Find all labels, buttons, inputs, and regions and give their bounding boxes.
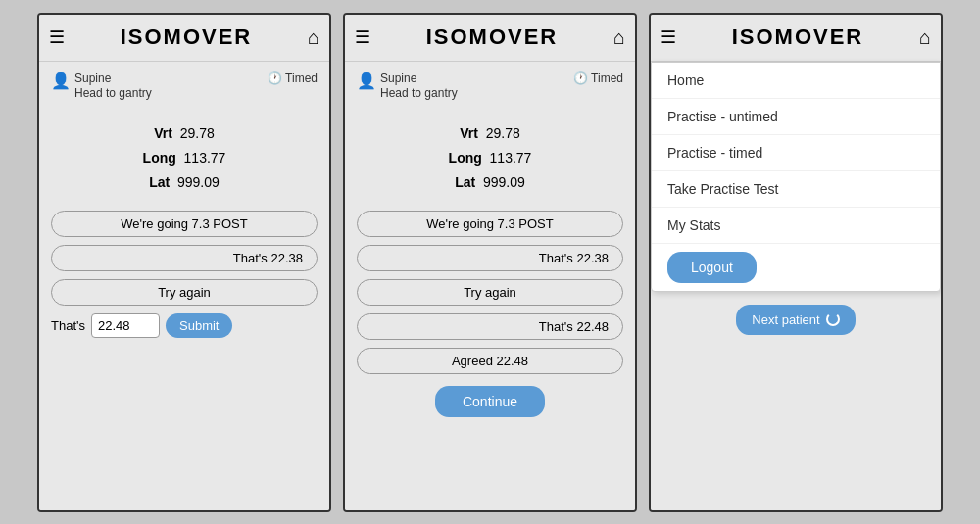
patient-direction-2: Head to gantry — [380, 86, 458, 102]
menu-item-practise-untimed[interactable]: Practise - untimed — [652, 99, 940, 135]
long-value-2: 113.77 — [490, 150, 532, 166]
patient-info-1: 👤 Supine Head to gantry 🕐 Timed — [51, 71, 318, 102]
input-prefix-1: That's — [51, 318, 85, 333]
going-post-button-1[interactable]: We're going 7.3 POST — [51, 211, 318, 237]
lat-label-2: Lat — [455, 174, 475, 190]
long-value-1: 113.77 — [184, 150, 226, 166]
timed-label-1: 🕐 Timed — [268, 71, 318, 85]
lat-value-1: 999.09 — [177, 174, 220, 190]
lat-value-2: 999.09 — [483, 174, 525, 190]
timed-label-2: 🕐 Timed — [573, 71, 623, 85]
vrt-label-1: Vrt — [154, 125, 172, 141]
menu-item-practise-timed[interactable]: Practise - timed — [652, 135, 940, 171]
patient-info-2: 👤 Supine Head to gantry 🕐 Timed — [357, 71, 623, 102]
lat-label-1: Lat — [149, 174, 170, 190]
measurements-1: Vrt 29.78 Long 113.77 Lat 999.09 — [51, 121, 318, 196]
next-patient-button[interactable]: Next patient — [736, 305, 855, 335]
next-patient-label: Next patient — [752, 312, 819, 327]
spinner-icon — [826, 312, 840, 326]
vrt-value-1: 29.78 — [180, 125, 215, 141]
app-title-2: ISOMOVER — [370, 24, 613, 50]
try-again-button-1[interactable]: Try again — [51, 279, 318, 306]
measurements-2: Vrt 29.78 Long 113.77 Lat 999.09 — [357, 121, 623, 196]
content-2: 👤 Supine Head to gantry 🕐 Timed Vrt 29.7… — [345, 62, 635, 510]
dropdown-menu: Home Practise - untimed Practise - timed… — [651, 62, 941, 292]
logout-button[interactable]: Logout — [667, 252, 757, 283]
long-label-1: Long — [143, 150, 176, 166]
screen-3: ☰ ISOMOVER ⌂ Home Practise - untimed Pra… — [649, 13, 943, 512]
header-1: ☰ ISOMOVER ⌂ — [39, 15, 329, 62]
app-title-1: ISOMOVER — [65, 24, 308, 50]
screen-1: ☰ ISOMOVER ⌂ 👤 Supine Head to gantry 🕐 T… — [37, 13, 331, 512]
try-again-button-2[interactable]: Try again — [357, 279, 623, 306]
timed-icon-1: 🕐 — [268, 71, 282, 85]
home-icon-1[interactable]: ⌂ — [308, 26, 319, 49]
header-2: ☰ ISOMOVER ⌂ — [345, 15, 635, 62]
patient-direction-1: Head to gantry — [74, 86, 152, 102]
hamburger-icon-2[interactable]: ☰ — [355, 28, 370, 46]
patient-position-1: Supine — [74, 71, 152, 87]
thats-2248-button-2[interactable]: That's 22.48 — [357, 313, 623, 340]
content-1: 👤 Supine Head to gantry 🕐 Timed Vrt 29.7… — [39, 62, 329, 510]
patient-icon-2: 👤 — [357, 71, 376, 90]
long-label-2: Long — [449, 150, 482, 166]
submit-button-1[interactable]: Submit — [166, 313, 232, 338]
menu-item-my-stats[interactable]: My Stats — [652, 208, 940, 244]
menu-item-home[interactable]: Home — [652, 63, 940, 99]
patient-icon-1: 👤 — [51, 71, 71, 90]
patient-position-2: Supine — [380, 71, 458, 87]
screen-2: ☰ ISOMOVER ⌂ 👤 Supine Head to gantry 🕐 T… — [343, 13, 637, 512]
menu-item-take-practise-test[interactable]: Take Practise Test — [652, 171, 940, 208]
value-input-1[interactable] — [91, 313, 160, 338]
thats-2238-button-1[interactable]: That's 22.38 — [51, 245, 318, 271]
continue-button-2[interactable]: Continue — [435, 386, 545, 417]
input-row-1: That's Submit — [51, 313, 318, 338]
home-icon-2[interactable]: ⌂ — [613, 26, 625, 49]
timed-icon-2: 🕐 — [573, 71, 588, 85]
header-3: ☰ ISOMOVER ⌂ — [651, 15, 941, 62]
vrt-value-2: 29.78 — [486, 125, 520, 141]
home-icon-3[interactable]: ⌂ — [919, 26, 931, 49]
app-title-3: ISOMOVER — [676, 24, 919, 50]
thats-2238-button-2[interactable]: That's 22.38 — [357, 245, 623, 271]
hamburger-icon-1[interactable]: ☰ — [49, 28, 65, 46]
agreed-2248-button-2[interactable]: Agreed 22.48 — [357, 348, 623, 374]
vrt-label-2: Vrt — [460, 125, 478, 141]
going-post-button-2[interactable]: We're going 7.3 POST — [357, 211, 623, 237]
hamburger-icon-3[interactable]: ☰ — [661, 28, 676, 46]
